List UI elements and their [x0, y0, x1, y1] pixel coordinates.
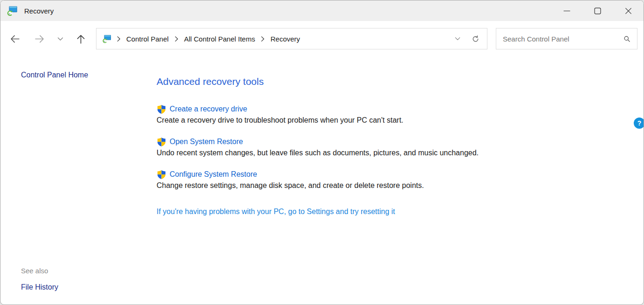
back-icon — [9, 33, 21, 45]
task-create-recovery-drive: Create a recovery drive Create a recover… — [157, 104, 634, 125]
titlebar: Recovery — [0, 0, 644, 21]
maximize-button[interactable] — [582, 0, 613, 21]
breadcrumb-all-control-panel-items[interactable]: All Control Panel Items — [183, 33, 256, 45]
up-icon — [75, 33, 87, 45]
chevron-right-icon — [116, 36, 121, 42]
recovery-app-icon — [7, 5, 18, 17]
create-recovery-drive-link[interactable]: Create a recovery drive — [170, 104, 247, 114]
forward-icon — [34, 33, 46, 45]
close-button[interactable] — [613, 0, 644, 21]
chevron-right-icon — [260, 36, 265, 42]
close-icon — [625, 7, 632, 14]
open-system-restore-link[interactable]: Open System Restore — [170, 137, 243, 147]
sidebar: Control Panel Home See also File History — [0, 56, 136, 305]
breadcrumb-control-panel[interactable]: Control Panel — [125, 33, 170, 45]
chevron-down-icon — [454, 35, 461, 42]
create-recovery-drive-description: Create a recovery drive to troubleshoot … — [157, 115, 634, 125]
refresh-button[interactable] — [466, 29, 484, 48]
configure-system-restore-description: Change restore settings, manage disk spa… — [157, 180, 634, 190]
sidebar-item-control-panel-home[interactable]: Control Panel Home — [21, 70, 131, 80]
minimize-icon — [563, 7, 570, 14]
refresh-icon — [471, 35, 480, 43]
caption-buttons — [551, 0, 644, 21]
back-button[interactable] — [4, 28, 25, 49]
task-open-system-restore: Open System Restore Undo recent system c… — [157, 137, 634, 158]
go-to-settings-link[interactable]: If you're having problems with your PC, … — [157, 208, 634, 216]
breadcrumb-recovery[interactable]: Recovery — [269, 33, 301, 45]
chevron-right-icon — [174, 36, 178, 42]
search-input[interactable] — [503, 35, 623, 43]
uac-shield-icon — [157, 170, 166, 180]
task-configure-system-restore: Configure System Restore Change restore … — [157, 169, 634, 190]
maximize-icon — [594, 7, 601, 14]
window-title: Recovery — [24, 7, 54, 15]
navigation-toolbar: Control Panel All Control Panel Items Re… — [0, 21, 644, 56]
page-title: Advanced recovery tools — [157, 76, 634, 87]
forward-button[interactable] — [29, 28, 50, 49]
search-box — [496, 28, 637, 49]
window-content: Control Panel Home See also File History… — [0, 56, 644, 305]
uac-shield-icon — [157, 137, 166, 147]
address-bar[interactable]: Control Panel All Control Panel Items Re… — [96, 28, 487, 49]
see-also-label: See also — [21, 266, 131, 276]
recent-locations-button[interactable] — [50, 28, 70, 49]
recovery-window: Recovery — [0, 0, 644, 305]
configure-system-restore-link[interactable]: Configure System Restore — [170, 169, 257, 180]
address-dropdown-button[interactable] — [449, 29, 466, 48]
see-also-group: See also File History — [21, 266, 131, 292]
up-button[interactable] — [70, 28, 91, 49]
sidebar-item-file-history[interactable]: File History — [21, 283, 131, 292]
uac-shield-icon — [157, 104, 166, 114]
main-panel: Advanced recovery tools Create a recover… — [136, 56, 644, 305]
recovery-location-icon[interactable] — [102, 34, 112, 44]
minimize-button[interactable] — [551, 0, 582, 21]
help-button[interactable]: ? — [634, 118, 644, 129]
search-icon[interactable] — [623, 35, 631, 43]
chevron-down-icon — [57, 35, 64, 42]
question-mark-icon: ? — [637, 119, 642, 127]
open-system-restore-description: Undo recent system changes, but leave fi… — [157, 148, 634, 158]
